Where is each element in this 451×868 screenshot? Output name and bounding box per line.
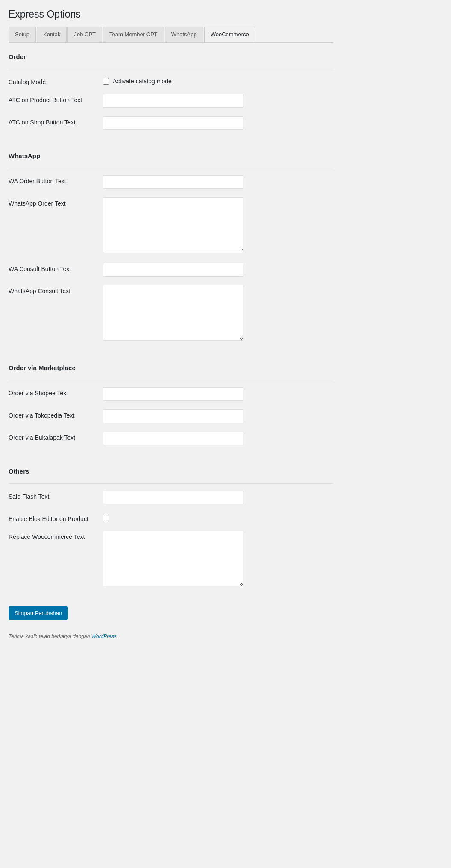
wa-order-text-row: WhatsApp Order Text xyxy=(9,197,333,254)
tab-kontak[interactable]: Kontak xyxy=(37,27,67,42)
atc-shop-control xyxy=(102,116,333,130)
tokopedia-input[interactable] xyxy=(102,409,243,423)
shopee-label: Order via Shopee Text xyxy=(9,387,102,397)
section-whatsapp-divider xyxy=(9,168,333,168)
section-order-title: Order xyxy=(9,50,333,65)
section-whatsapp: WhatsApp WA Order Button Text WhatsApp O… xyxy=(9,142,333,354)
tab-whatsapp[interactable]: WhatsApp xyxy=(165,27,203,42)
atc-shop-label: ATC on Shop Button Text xyxy=(9,116,102,126)
section-marketplace-title: Order via Marketplace xyxy=(9,361,333,377)
shopee-control xyxy=(102,387,333,401)
replace-woo-control xyxy=(102,531,333,588)
section-order-divider xyxy=(9,69,333,69)
atc-product-input[interactable] xyxy=(102,94,243,108)
page-title: Express Options xyxy=(9,9,333,20)
replace-woo-textarea[interactable] xyxy=(102,531,243,586)
sale-flash-control xyxy=(102,491,333,504)
wa-order-btn-control xyxy=(102,175,333,189)
wa-order-text-label: WhatsApp Order Text xyxy=(9,197,102,207)
wa-consult-btn-control xyxy=(102,263,333,277)
wa-order-btn-label: WA Order Button Text xyxy=(9,175,102,185)
wa-consult-text-textarea[interactable] xyxy=(102,285,243,341)
atc-shop-input[interactable] xyxy=(102,116,243,130)
save-button[interactable]: Simpan Perubahan xyxy=(9,606,68,620)
wa-order-btn-input[interactable] xyxy=(102,175,243,189)
tab-job-cpt[interactable]: Job CPT xyxy=(67,27,102,42)
replace-woo-row: Replace Woocommerce Text xyxy=(9,531,333,588)
wa-consult-text-label: WhatsApp Consult Text xyxy=(9,285,102,294)
atc-product-control xyxy=(102,94,333,108)
wa-consult-text-row: WhatsApp Consult Text xyxy=(9,285,333,342)
shopee-input[interactable] xyxy=(102,387,243,401)
section-others-divider xyxy=(9,483,333,484)
footer-wordpress-link[interactable]: WordPress xyxy=(91,633,117,639)
enable-blok-checkbox-wrapper xyxy=(102,513,333,521)
catalog-mode-row: Catalog Mode Activate catalog mode xyxy=(9,76,333,85)
sale-flash-input[interactable] xyxy=(102,491,243,504)
enable-blok-checkbox[interactable] xyxy=(102,515,109,521)
wa-consult-btn-input[interactable] xyxy=(102,263,243,277)
catalog-mode-checkbox-wrapper: Activate catalog mode xyxy=(102,76,333,85)
tab-setup[interactable]: Setup xyxy=(9,27,36,42)
tokopedia-row: Order via Tokopedia Text xyxy=(9,409,333,423)
shopee-row: Order via Shopee Text xyxy=(9,387,333,401)
catalog-mode-control: Activate catalog mode xyxy=(102,76,333,85)
bukalapak-label: Order via Bukalapak Text xyxy=(9,432,102,441)
tabs-container: Setup Kontak Job CPT Team Member CPT Wha… xyxy=(9,27,333,42)
content-area: Order Catalog Mode Activate catalog mode… xyxy=(9,42,333,630)
enable-blok-label: Enable Blok Editor on Product xyxy=(9,513,102,522)
wa-consult-text-control xyxy=(102,285,333,342)
section-marketplace: Order via Marketplace Order via Shopee T… xyxy=(9,354,333,457)
tab-woocommerce[interactable]: WooCommerce xyxy=(204,27,255,42)
catalog-mode-label: Catalog Mode xyxy=(9,76,102,85)
wa-order-btn-row: WA Order Button Text xyxy=(9,175,333,189)
wa-consult-btn-label: WA Consult Button Text xyxy=(9,263,102,272)
section-others-title: Others xyxy=(9,464,333,480)
replace-woo-label: Replace Woocommerce Text xyxy=(9,531,102,540)
section-order: Order Catalog Mode Activate catalog mode… xyxy=(9,43,333,142)
enable-blok-control xyxy=(102,513,333,521)
wa-order-text-control xyxy=(102,197,333,254)
wa-consult-btn-row: WA Consult Button Text xyxy=(9,263,333,277)
tokopedia-label: Order via Tokopedia Text xyxy=(9,409,102,419)
enable-blok-row: Enable Blok Editor on Product xyxy=(9,513,333,522)
footer-suffix: . xyxy=(117,633,118,639)
section-others: Others Sale Flash Text Enable Blok Edito… xyxy=(9,457,333,600)
atc-product-row: ATC on Product Button Text xyxy=(9,94,333,108)
tokopedia-control xyxy=(102,409,333,423)
section-marketplace-divider xyxy=(9,380,333,380)
wa-order-text-textarea[interactable] xyxy=(102,197,243,253)
bukalapak-input[interactable] xyxy=(102,432,243,445)
footer-text: Terima kasih telah berkarya dengan xyxy=(9,633,91,639)
tab-team-member-cpt[interactable]: Team Member CPT xyxy=(103,27,164,42)
bukalapak-control xyxy=(102,432,333,445)
section-whatsapp-title: WhatsApp xyxy=(9,149,333,165)
footer: Terima kasih telah berkarya dengan WordP… xyxy=(9,633,333,639)
sale-flash-label: Sale Flash Text xyxy=(9,491,102,500)
bukalapak-row: Order via Bukalapak Text xyxy=(9,432,333,445)
atc-product-label: ATC on Product Button Text xyxy=(9,94,102,103)
sale-flash-row: Sale Flash Text xyxy=(9,491,333,504)
atc-shop-row: ATC on Shop Button Text xyxy=(9,116,333,130)
catalog-mode-checkbox[interactable] xyxy=(102,78,109,85)
catalog-mode-checkbox-label: Activate catalog mode xyxy=(113,78,172,85)
